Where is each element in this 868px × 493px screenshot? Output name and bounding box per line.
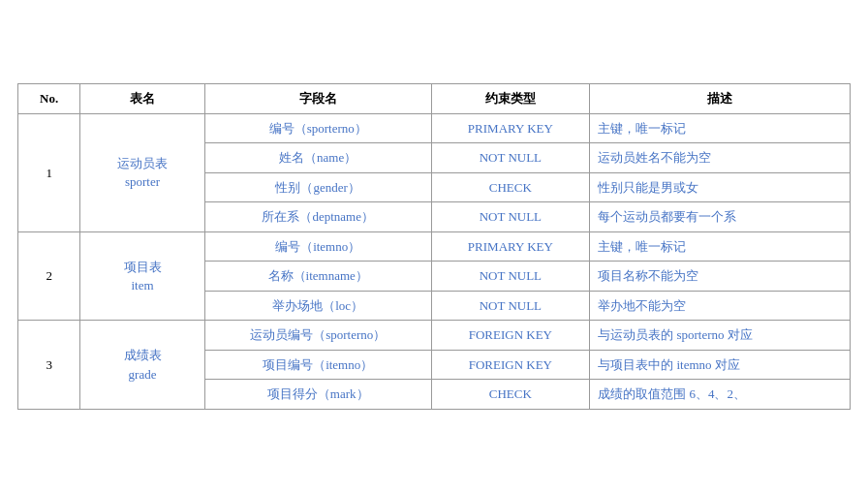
table-wrapper: No. 表名 字段名 约束类型 描述 1运动员表sporter编号（sporte… [17,83,851,410]
header-constraint: 约束类型 [431,84,590,114]
cell-fieldname: 项目编号（itemno） [204,350,431,380]
cell-constraint: FOREIGN KEY [431,350,590,380]
cell-fieldname: 运动员编号（sporterno） [204,321,431,351]
cell-tablename: 项目表item [80,231,205,321]
cell-fieldname: 所在系（deptname） [204,202,431,232]
cell-desc: 举办地不能为空 [590,291,851,321]
cell-constraint: NOT NULL [431,202,590,232]
header-no: No. [18,84,80,114]
cell-fieldname: 名称（itemname） [204,262,431,292]
cell-desc: 运动员姓名不能为空 [590,143,851,173]
cell-fieldname: 姓名（name） [204,143,431,173]
cell-constraint: FOREIGN KEY [431,321,590,351]
header-desc: 描述 [590,84,851,114]
cell-fieldname: 性别（gender） [204,172,431,202]
header-tablename: 表名 [80,84,205,114]
cell-no: 2 [18,231,80,321]
cell-tablename: 成绩表grade [80,321,205,410]
cell-desc: 主键，唯一标记 [590,113,851,143]
cell-desc: 每个运动员都要有一个系 [590,202,851,232]
cell-fieldname: 编号（itemno） [204,231,431,262]
cell-fieldname: 举办场地（loc） [204,291,431,321]
cell-constraint: PRIMARY KEY [431,113,590,143]
cell-no: 1 [18,113,80,231]
cell-constraint: CHECK [431,172,590,202]
cell-fieldname: 编号（sporterno） [204,113,431,143]
cell-desc: 主键，唯一标记 [590,231,851,262]
cell-tablename: 运动员表sporter [80,113,205,231]
header-fieldname: 字段名 [204,84,431,114]
cell-constraint: NOT NULL [431,291,590,321]
cell-desc: 性别只能是男或女 [590,172,851,202]
cell-desc: 与运动员表的 sporterno 对应 [590,321,851,351]
main-table: No. 表名 字段名 约束类型 描述 1运动员表sporter编号（sporte… [17,83,851,410]
cell-fieldname: 项目得分（mark） [204,380,431,410]
cell-constraint: NOT NULL [431,262,590,292]
cell-constraint: NOT NULL [431,143,590,173]
cell-constraint: CHECK [431,380,590,410]
cell-desc: 成绩的取值范围 6、4、2、 [590,380,851,410]
cell-no: 3 [18,321,80,410]
cell-desc: 与项目表中的 itemno 对应 [590,350,851,380]
cell-desc: 项目名称不能为空 [590,262,851,292]
cell-constraint: PRIMARY KEY [431,231,590,262]
